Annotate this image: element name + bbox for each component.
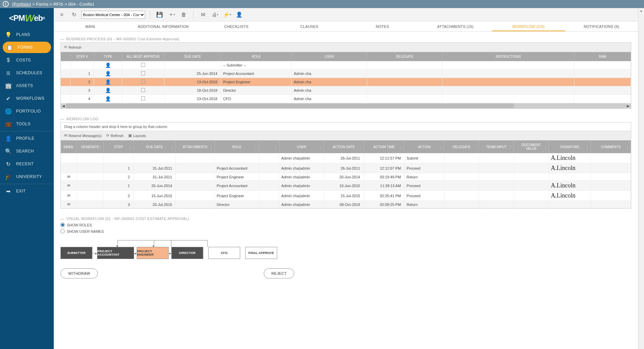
bp-col-delegate[interactable]: DELEGATE — [367, 52, 442, 61]
sidebar-item-costs[interactable]: $COSTS — [0, 54, 54, 67]
log-col[interactable]: ACTION TIME⋮ — [363, 140, 404, 153]
breadcrumb-portfolio[interactable]: (Portfolio) — [12, 2, 31, 7]
flow-submitter[interactable]: SUBMITTER — [60, 247, 92, 259]
resend-button[interactable]: ✉Resend Message(s) — [64, 133, 101, 138]
add-icon[interactable]: ＋▾ — [167, 10, 176, 19]
log-col[interactable]: SIGNATURE⋮ — [549, 140, 591, 153]
flow-director[interactable]: DIRECTOR — [171, 247, 203, 259]
approve-checkbox[interactable] — [141, 88, 145, 92]
sidebar-item-label: COSTS — [16, 58, 31, 62]
log-col[interactable]: STEP⋮ — [103, 140, 133, 153]
log-col[interactable]: TEAM INPUT⋮ — [479, 140, 514, 153]
bp-col-step-[interactable]: STEP # — [70, 52, 94, 61]
schedules-icon: ≣ — [5, 70, 12, 76]
sidebar-item-tools[interactable]: 💼TOOLS — [0, 118, 54, 130]
sidebar-item-plans[interactable]: 💡PLANS — [0, 28, 54, 41]
bp-col-all-must-approve[interactable]: ALL MUST APPROVE — [122, 52, 164, 61]
mail-icon[interactable]: ✉ — [198, 10, 208, 19]
list-icon[interactable]: ≡ — [57, 10, 67, 19]
sidebar-item-forms[interactable]: 📋FORMS — [3, 42, 51, 53]
bp-col-user[interactable]: USER — [292, 52, 367, 61]
log-col[interactable]: COMMENTS⋮ — [591, 140, 631, 153]
page-scrollbar[interactable]: ▴ — [638, 8, 644, 349]
tab-checklists[interactable]: CHECKLISTS — [200, 21, 273, 31]
log-row[interactable]: ✉125-Jun-2014Project AccountantAdmin cha… — [61, 181, 631, 191]
bp-col-ram[interactable]: RAM — [574, 52, 631, 61]
approve-checkbox[interactable] — [141, 96, 145, 100]
tab-main[interactable]: MAIN — [54, 21, 127, 31]
breadcrumb-rfis[interactable]: RFIS — [53, 2, 63, 7]
log-row[interactable]: ✉320-Jul-2015DirectorAdmin cha(admin08-O… — [61, 201, 631, 208]
tab-clauses[interactable]: CLAUSES — [273, 21, 346, 31]
tab-attachments-15-[interactable]: ATTACHMENTS (15) — [419, 21, 492, 31]
log-row[interactable]: Admin cha(admin26-Jul-201112:11:57 PMSub… — [61, 153, 631, 163]
sidebar-item-profile[interactable]: 👤PROFILE — [0, 132, 54, 145]
bolt-icon[interactable]: ⚡▾ — [222, 10, 232, 19]
approve-checkbox[interactable] — [141, 63, 145, 67]
log-col[interactable]: ⋮ — [259, 140, 279, 153]
bp-col-due-date[interactable]: DUE DATE — [164, 52, 221, 61]
sidebar-item-label: EXIT — [16, 189, 26, 193]
show-usernames-label: SHOW USER NAMES — [67, 229, 104, 233]
log-col[interactable]: GENERATE⋮ — [77, 140, 103, 153]
sidebar-item-portfolio[interactable]: 🌐PORTFOLIO — [0, 105, 54, 118]
delete-icon[interactable]: 🗑 — [179, 10, 188, 19]
log-col[interactable]: ROLE⋮ — [214, 140, 259, 153]
approve-checkbox[interactable] — [141, 71, 145, 75]
bp-row[interactable]: 4👤23-Oct-2018CFOAdmin cha — [61, 95, 631, 103]
portfolio-icon: 🌐 — [5, 108, 12, 115]
save-icon[interactable]: 💾 — [155, 10, 164, 19]
record-select[interactable]: Boston Medical Center - 004 - Confl — [81, 11, 145, 19]
sidebar-item-recent[interactable]: ↻RECENT — [0, 158, 54, 170]
show-roles-radio[interactable] — [60, 223, 65, 227]
sidebar-item-university[interactable]: 🎓UNIVERSITY — [0, 170, 54, 183]
flow-final-approve[interactable]: FINAL APPROVE — [245, 247, 277, 259]
log-col[interactable]: ATTACHMENTS⋮ — [176, 140, 214, 153]
log-col[interactable]: EMAIL⋮ — [61, 140, 77, 153]
bp-row[interactable]: 1👤25-Jun-2014Project AccountantAdmin cha — [61, 70, 631, 78]
log-col[interactable]: DUE DATE⋮ — [133, 140, 176, 153]
sidebar-item-search[interactable]: 🔍SEARCH — [0, 145, 54, 158]
approve-checkbox[interactable] — [141, 80, 145, 84]
signature: A.Lincoln — [551, 155, 576, 161]
log-row[interactable]: ✉231-Jul-2011Project EngineerAdmin cha(a… — [61, 173, 631, 181]
bp-col-role[interactable]: ROLE — [221, 52, 292, 61]
bp-refresh-button[interactable]: ⟳Refresh — [64, 45, 82, 49]
bp-scrollbar[interactable]: ◀▶ — [61, 103, 631, 108]
reject-button[interactable]: REJECT — [264, 268, 295, 278]
withdraw-button[interactable]: WITHDRAW — [60, 268, 98, 278]
bp-col-type[interactable]: TYPE — [94, 52, 122, 61]
layouts-button[interactable]: ▦Layouts — [128, 133, 146, 138]
user-icon[interactable]: 👤 — [234, 10, 244, 19]
log-col[interactable]: USER⋮ — [279, 140, 324, 153]
show-usernames-radio[interactable] — [60, 229, 65, 233]
sidebar-item-schedules[interactable]: ≣SCHEDULES — [0, 67, 54, 79]
log-row[interactable]: ✉215-Jun-2015Project EngineerAdmin cha(a… — [61, 191, 631, 201]
log-col[interactable]: ACTION⋮ — [404, 140, 444, 153]
log-col[interactable]: DELEGATE⋮ — [444, 140, 479, 153]
tab-workflow-2-4-[interactable]: WORKFLOW (2/4) — [492, 21, 565, 31]
log-col[interactable]: DOCUMENT VALUE⋮ — [514, 140, 549, 153]
breadcrumb-forms[interactable]: Forms — [36, 2, 48, 7]
tab-notifications-9-[interactable]: NOTIFICATIONS (9) — [565, 21, 638, 31]
log-refresh-button[interactable]: ⟳Refresh — [106, 133, 124, 138]
flow-project-engineer[interactable]: PROJECT ENGINEER — [137, 247, 169, 259]
flow-cfo[interactable]: CFO — [208, 247, 240, 259]
bp-col-instructions[interactable]: INSTRUCTIONS — [442, 52, 574, 61]
print-icon[interactable]: 🖨▾ — [210, 10, 220, 19]
bp-row[interactable]: 3👤18-Oct-2018DirectorAdmin cha — [61, 86, 631, 95]
bp-row[interactable]: 👤-- Submitter -- — [61, 61, 631, 70]
history-icon[interactable]: ↻ — [69, 10, 79, 19]
info-icon[interactable]: i — [3, 1, 9, 7]
person-icon: 👤 — [105, 96, 111, 101]
bp-row[interactable]: 2👤13-Oct-2018Project EngineerAdmin cha — [61, 78, 631, 86]
flow-project-accountant[interactable]: PROJECT ACCOUNTANT — [97, 247, 134, 259]
tab-notes[interactable]: NOTES — [346, 21, 419, 31]
sidebar-item-workflows[interactable]: ✔WORKFLOWS — [0, 92, 54, 105]
log-row[interactable]: 131-Jul-2011Project AccountantAdmin cha(… — [61, 163, 631, 173]
sidebar-item-assets[interactable]: 🏢ASSETS — [0, 79, 54, 92]
tab-additional-information[interactable]: ADDITIONAL INFORMATION — [127, 21, 200, 31]
groupby-bar[interactable]: Drag a column header and drop it here to… — [61, 123, 631, 131]
log-col[interactable]: ACTION DATE⋮ — [324, 140, 363, 153]
sidebar-item-exit[interactable]: ➡EXIT — [0, 185, 54, 198]
